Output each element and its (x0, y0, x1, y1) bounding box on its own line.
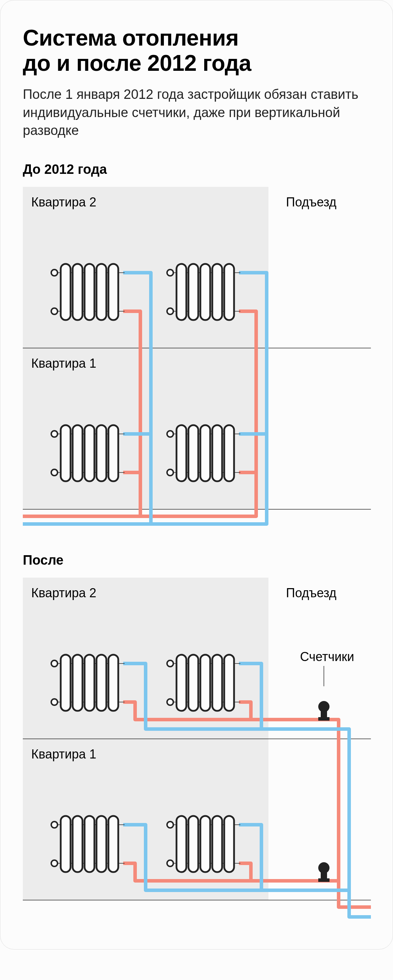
radiator-icon (167, 264, 240, 320)
apartment-1-label: Квартира 1 (31, 747, 96, 761)
subtitle: После 1 января 2012 года застройщик обяз… (23, 86, 370, 140)
meters-label: Счетчики (300, 649, 354, 664)
apartment-2-label: Квартира 2 (31, 586, 96, 600)
entrance-label: Подъезд (286, 586, 337, 600)
before-diagram: Квартира 2 Квартира 1 Подъезд (23, 187, 370, 530)
apartment-1-label: Квартира 1 (31, 356, 96, 371)
radiator-icon (51, 816, 125, 872)
radiator-icon (51, 264, 125, 320)
before-heading: До 2012 года (23, 162, 370, 177)
apartment-2-label: Квартира 2 (31, 195, 96, 209)
meter-icon (318, 862, 329, 882)
entrance-label: Подъезд (286, 195, 337, 209)
radiator-icon (167, 425, 240, 481)
after-heading: После (23, 553, 370, 568)
after-diagram: Квартира 2 Квартира 1 Подъезд Счетчики (23, 578, 370, 928)
title-line-2: до и после 2012 года (23, 51, 251, 76)
page-title: Система отопления до и после 2012 года (23, 25, 370, 76)
radiator-icon (167, 655, 240, 711)
title-line-1: Система отопления (23, 25, 239, 51)
infographic-card: Система отопления до и после 2012 года П… (0, 0, 393, 950)
radiator-icon (51, 425, 125, 481)
meter-icon (318, 701, 329, 721)
radiator-icon (167, 816, 240, 872)
radiator-icon (51, 655, 125, 711)
